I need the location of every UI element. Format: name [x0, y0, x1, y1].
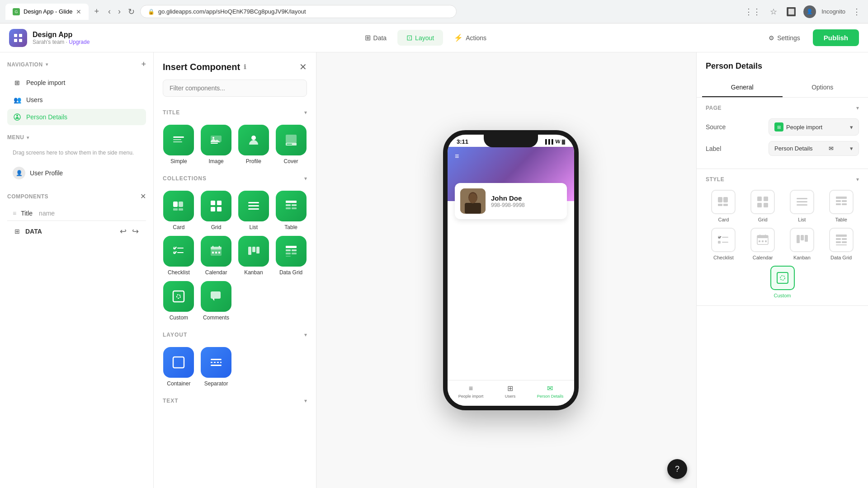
undo-button[interactable]: ↩ [120, 226, 127, 236]
sidebar-component-title[interactable]: ≡ Title name [7, 206, 146, 221]
calendar-label: Calendar [205, 269, 227, 276]
layout-section-header[interactable]: LAYOUT ▾ [163, 328, 307, 342]
svg-rect-67 [757, 197, 762, 201]
text-section-header[interactable]: TEXT ▾ [163, 394, 307, 408]
bookmark-button[interactable]: ☆ [768, 5, 779, 19]
table-label: Table [284, 224, 297, 230]
forward-button[interactable]: › [116, 5, 123, 18]
svg-rect-20 [211, 201, 215, 205]
phone-nav-people-import: ≡ People import [458, 385, 484, 394]
component-grid[interactable]: Grid [200, 191, 232, 230]
extensions-button[interactable]: ⋮⋮ [743, 5, 763, 19]
component-image[interactable]: Image [200, 125, 232, 164]
right-panel-title: Person Details [697, 52, 868, 78]
page-section-title: PAGE [706, 105, 722, 111]
svg-rect-29 [292, 204, 297, 206]
component-container[interactable]: Container [163, 347, 195, 387]
svg-rect-17 [179, 202, 183, 207]
style-checklist[interactable]: Checklist [706, 228, 741, 260]
new-tab-button[interactable]: + [90, 5, 103, 18]
component-cover[interactable]: Cover [275, 125, 307, 164]
source-value-field[interactable]: ⊞ People import ▾ [769, 118, 859, 136]
navigation-chevron-icon: ▾ [46, 62, 48, 67]
sidebar-item-people-import[interactable]: ⊞ People import [7, 75, 146, 91]
svg-rect-90 [797, 235, 800, 243]
svg-rect-65 [718, 204, 722, 206]
tab-close-button[interactable]: ✕ [76, 8, 81, 15]
svg-rect-47 [286, 249, 291, 251]
style-calendar[interactable]: Calendar [745, 228, 781, 260]
style-data-grid[interactable]: Data Grid [823, 228, 859, 260]
style-kanban[interactable]: Kanban [784, 228, 820, 260]
redo-button[interactable]: ↪ [132, 226, 139, 236]
component-checklist[interactable]: Checklist [163, 236, 195, 276]
style-card[interactable]: Card [706, 190, 741, 222]
sidebar-item-person-details[interactable]: Person Details [7, 109, 146, 125]
menu-drag-text: Drag screens here to show them in the si… [7, 146, 146, 160]
style-table[interactable]: Table [823, 190, 859, 222]
component-profile[interactable]: Profile [238, 125, 270, 164]
svg-rect-99 [777, 272, 788, 283]
svg-rect-88 [762, 240, 764, 242]
svg-rect-6 [173, 136, 184, 138]
right-panel: Person Details General Options PAGE ▾ So… [696, 52, 868, 488]
svg-rect-57 [211, 365, 222, 366]
phone-person-name: John Doe [491, 194, 525, 202]
add-navigation-button[interactable]: + [141, 60, 146, 69]
component-comments[interactable]: Comments [200, 281, 232, 321]
upgrade-link[interactable]: Upgrade [69, 39, 90, 45]
svg-point-62 [469, 193, 477, 203]
center-area: Insert Component ℹ ✕ TITLE ▾ [154, 52, 696, 488]
sidebar-item-users[interactable]: 👥 Users [7, 92, 146, 108]
component-calendar[interactable]: Calendar [200, 236, 232, 276]
collections-grid-row3: Custom Comments [163, 281, 307, 321]
menu-button[interactable]: ⋮ [851, 5, 863, 19]
tab-data[interactable]: ⊞ Data [356, 30, 396, 46]
app-container: Design App Sarah's team · Upgrade ⊞ Data… [0, 23, 868, 488]
label-value-field[interactable]: Person Details ✉ ▾ [769, 141, 859, 156]
label-field-row: Label Person Details ✉ ▾ [706, 141, 859, 156]
component-custom[interactable]: Custom [163, 281, 195, 321]
insert-component-panel: Insert Component ℹ ✕ TITLE ▾ [154, 52, 316, 488]
component-list[interactable]: List [238, 191, 270, 230]
info-icon[interactable]: ℹ [244, 63, 246, 70]
svg-point-100 [780, 276, 785, 280]
browser-tab-active[interactable]: G Design App - Glide ✕ [5, 4, 89, 20]
component-table[interactable]: Table [275, 191, 307, 230]
settings-button[interactable]: ⚙ Settings [761, 31, 807, 45]
component-simple[interactable]: Simple [163, 125, 195, 164]
svg-rect-21 [217, 201, 222, 205]
collections-grid-row1: Card Grid List [163, 191, 307, 230]
tab-layout[interactable]: ⊡ Layout [397, 30, 443, 46]
calendar-component-icon [201, 236, 231, 267]
svg-rect-73 [797, 204, 807, 206]
sidebar-item-user-profile[interactable]: 👤 User Profile [7, 163, 146, 183]
profile-button[interactable]: 🔲 [784, 5, 798, 19]
svg-point-12 [251, 136, 256, 140]
phone-menu-icon: ≡ [455, 152, 459, 160]
component-card[interactable]: Card [163, 191, 195, 230]
tab-general[interactable]: General [702, 78, 783, 97]
component-separator[interactable]: Separator [200, 347, 232, 387]
svg-rect-94 [836, 238, 841, 240]
reload-button[interactable]: ↻ [126, 5, 137, 19]
tab-options[interactable]: Options [783, 78, 863, 97]
back-button[interactable]: ‹ [106, 5, 113, 18]
filter-components-input[interactable] [163, 80, 307, 97]
style-list[interactable]: List [784, 190, 820, 222]
title-section-header[interactable]: TITLE ▾ [163, 106, 307, 119]
help-button[interactable]: ? [667, 459, 687, 479]
style-grid[interactable]: Grid [745, 190, 781, 222]
component-kanban[interactable]: Kanban [238, 236, 270, 276]
tab-actions[interactable]: ⚡ Actions [445, 30, 495, 46]
people-import-nav-icon: ≡ [469, 385, 473, 393]
close-insert-panel-button[interactable]: ✕ [299, 61, 307, 72]
browser-navigation: ‹ › ↻ [106, 5, 137, 19]
close-components-button[interactable]: ✕ [140, 192, 146, 201]
component-data-grid[interactable]: Data Grid [275, 236, 307, 276]
url-bar[interactable]: 🔒 go.glideapps.com/app/sHoQEhK79BCg8pugJ… [140, 5, 457, 18]
publish-button[interactable]: Publish [813, 29, 859, 46]
layout-icon: ⊡ [406, 33, 412, 42]
collections-section-header[interactable]: COLLECTIONS ▾ [163, 172, 307, 185]
style-custom[interactable]: Custom [706, 266, 859, 298]
